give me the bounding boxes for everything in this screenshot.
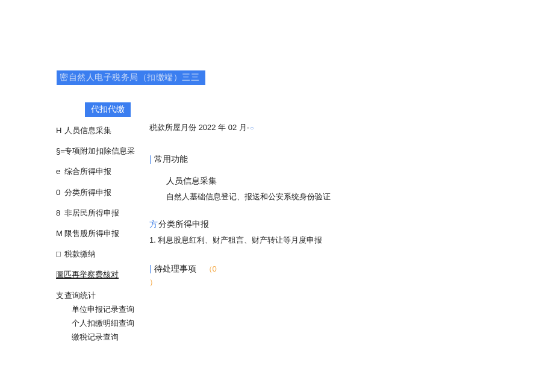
- sidebar-item-comprehensive[interactable]: e综合所得申报: [56, 161, 146, 182]
- function-title-2: 方分类所得申报: [149, 219, 481, 230]
- function-personnel-collect[interactable]: 人员信息采集 自然人基础信息登记、报送和公安系统身份验证: [166, 176, 481, 202]
- pending-title: 待处理事项: [154, 264, 196, 273]
- function-desc: 自然人基础信息登记、报送和公安系统身份验证: [166, 191, 481, 202]
- sidebar-item-special-deduction[interactable]: §=专项附加扣除信息采: [56, 141, 146, 161]
- tab-withholding[interactable]: 代扣代缴: [85, 102, 131, 117]
- sidebar-item-nonresident[interactable]: 8非居民所得申报: [56, 203, 146, 223]
- menu-query-icon: 支: [56, 290, 64, 301]
- common-functions-title: |常用功能: [149, 154, 481, 165]
- function-title: 人员信息采集: [166, 176, 481, 187]
- tab-withholding-label: 代扣代缴: [91, 104, 125, 114]
- app-title-bar: 密自然人电子税务局（扣缴端）三三: [57, 70, 205, 85]
- sidebar-item-classified[interactable]: 0分类所得申报: [56, 182, 146, 203]
- tax-period-row: 税款所屋月份 2022 年 02 月-○: [149, 122, 481, 133]
- main-content: 税款所屋月份 2022 年 02 月-○ |常用功能 人员信息采集 自然人基础信…: [149, 122, 481, 288]
- function-desc-2: 1. 利息股息红利、财产租言、财产转让等月度申报: [149, 235, 481, 246]
- section-bar-icon: |: [149, 154, 152, 164]
- pending-count-open: （0: [205, 264, 217, 273]
- pending-items-section: |待处理事项 （0 ）: [149, 264, 481, 288]
- pending-count-close: ）: [149, 277, 481, 288]
- sidebar-item-restricted-stock[interactable]: M限售股所得申报: [56, 223, 146, 244]
- function-prefix-icon: 方: [149, 219, 158, 229]
- menu-classified-icon: 0: [56, 187, 64, 198]
- sidebar-sub-unit-declaration[interactable]: 单位申报记录查询: [56, 302, 146, 316]
- function-classified-declaration[interactable]: 方分类所得申报 1. 利息股息红利、财产租言、财产转让等月度申报: [149, 219, 481, 246]
- sidebar-nav: H人员信息采集 §=专项附加扣除信息采 e综合所得申报 0分类所得申报 8非居民…: [56, 120, 146, 344]
- sidebar-item-fee-check[interactable]: 圖匹再举察费核对: [56, 264, 146, 285]
- tax-period-value[interactable]: 2022 年 02 月-: [199, 123, 250, 132]
- sidebar-item-personnel[interactable]: H人员信息采集: [56, 120, 146, 141]
- menu-person-icon: H: [56, 125, 64, 136]
- calendar-icon[interactable]: ○: [250, 125, 254, 131]
- sidebar-sub-tax-payment-record[interactable]: 缴税记录查询: [56, 330, 146, 344]
- sidebar-item-query-stats[interactable]: 支查询统计: [56, 285, 146, 302]
- app-title-text: 密自然人电子税务局（扣缴端）三三: [60, 72, 199, 82]
- sidebar-item-tax-payment[interactable]: □税款缴纳: [56, 244, 146, 264]
- sidebar-sub-personal-withholding[interactable]: 个人扣缴明细查询: [56, 316, 146, 330]
- menu-nonresident-icon: 8: [56, 208, 64, 219]
- tax-period-label: 税款所屋月份: [149, 123, 196, 132]
- menu-restricted-icon: M: [56, 228, 64, 239]
- menu-comprehensive-icon: e: [56, 166, 64, 177]
- section-bar-icon: |: [149, 264, 152, 273]
- menu-deduction-icon: §=: [56, 146, 64, 157]
- menu-payment-icon: □: [56, 249, 64, 260]
